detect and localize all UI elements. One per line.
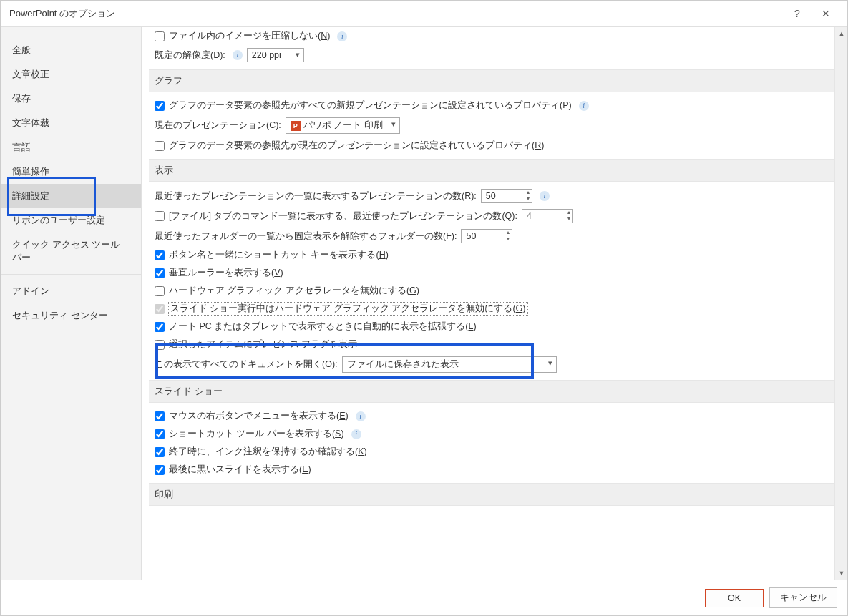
content-area: ファイル内のイメージを圧縮しない(N) i 既定の解像度(D): i 220 p… [142, 27, 847, 580]
scrollbar[interactable]: ▲ ▼ [834, 27, 847, 580]
cancel-button[interactable]: キャンセル [769, 587, 837, 608]
checkbox-show-shortcut[interactable] [155, 250, 165, 260]
close-button[interactable]: ✕ [812, 8, 840, 19]
sidebar-item-customize-ribbon[interactable]: リボンのユーザー設定 [1, 208, 141, 233]
scroll-down-icon[interactable]: ▼ [835, 567, 847, 580]
sidebar-separator [1, 274, 141, 275]
recent-pres-label: 最近使ったプレゼンテーションの一覧に表示するプレゼンテーションの数(R): [155, 190, 477, 202]
group-graph: グラフ グラフのデータ要素の参照先がすべての新規プレゼンテーションに設定されてい… [149, 65, 834, 155]
default-resolution-row: 既定の解像度(D): i 220 ppi [149, 45, 834, 65]
sidebar-item-advanced[interactable]: 詳細設定 [1, 184, 141, 208]
checkbox-laptop-extend-label: ノート PC またはタブレットで表示するときに自動的に表示を拡張する(L) [169, 321, 477, 333]
info-icon[interactable]: i [579, 101, 589, 111]
checkbox-shortcut-toolbar[interactable] [155, 429, 165, 439]
checkbox-compress-label: ファイル内のイメージを圧縮しない(N) [169, 30, 330, 42]
resolution-select[interactable]: 220 ppi [247, 48, 304, 62]
checkbox-vertical-ruler[interactable] [155, 268, 165, 278]
checkbox-end-black-label: 最後に黒いスライドを表示する(E) [169, 464, 311, 476]
sidebar-item-trust-center[interactable]: セキュリティ センター [1, 303, 141, 328]
dialog-footer: OK キャンセル [1, 580, 847, 615]
info-icon[interactable]: i [351, 429, 361, 439]
sidebar-item-addins[interactable]: アドイン [1, 279, 141, 303]
help-button[interactable]: ? [783, 8, 812, 19]
content-scroll[interactable]: ファイル内のイメージを圧縮しない(N) i 既定の解像度(D): i 220 p… [142, 27, 847, 580]
powerpoint-icon: P [291, 121, 301, 131]
info-icon[interactable]: i [337, 31, 347, 41]
group-display: 表示 最近使ったプレゼンテーションの一覧に表示するプレゼンテーションの数(R):… [149, 155, 834, 376]
sidebar-item-ease[interactable]: 簡単操作 [1, 160, 141, 184]
quick-access-count-label: [ファイル] タブのコマンド一覧に表示する、最近使ったプレゼンテーションの数(Q… [169, 210, 517, 223]
group-title-slideshow: スライド ショー [149, 380, 834, 403]
checkbox-quick-access-count[interactable] [155, 211, 165, 221]
recent-pres-spinner[interactable]: 50 [481, 189, 532, 203]
options-dialog: PowerPoint のオプション ? ✕ 全般 文章校正 保存 文字体裁 言語… [0, 0, 848, 616]
default-resolution-label: 既定の解像度(D): [155, 49, 225, 62]
sidebar-item-save[interactable]: 保存 [1, 87, 141, 111]
ok-button[interactable]: OK [705, 589, 764, 607]
checkbox-compress[interactable] [155, 31, 165, 41]
checkbox-rclick-menu[interactable] [155, 411, 165, 421]
checkbox-graph-new-label: グラフのデータ要素の参照先がすべての新規プレゼンテーションに設定されているプロパ… [169, 99, 572, 112]
checkbox-compress-row: ファイル内のイメージを圧縮しない(N) i [149, 27, 834, 45]
checkbox-ink-keep-label: 終了時に、インク注釈を保持するか確認する(K) [169, 446, 367, 458]
checkbox-shortcut-toolbar-label: ショートカット ツール バーを表示する(S) [169, 428, 344, 440]
checkbox-graph-current-label: グラフのデータ要素の参照先が現在のプレゼンテーションに設定されているプロパティ(… [169, 140, 544, 152]
checkbox-hw-accel[interactable] [155, 286, 165, 296]
sidebar-item-language[interactable]: 言語 [1, 135, 141, 160]
open-docs-label: この表示ですべてのドキュメントを開く(O): [155, 358, 338, 371]
checkbox-laptop-extend[interactable] [155, 322, 165, 332]
open-docs-select[interactable]: ファイルに保存された表示 [342, 356, 557, 373]
info-icon[interactable]: i [233, 50, 243, 60]
checkbox-slideshow-hw-accel-label: スライド ショー実行中はハードウェア グラフィック アクセラレータを無効にする(… [169, 303, 527, 315]
dialog-body: 全般 文章校正 保存 文字体裁 言語 簡単操作 詳細設定 リボンのユーザー設定 … [1, 27, 847, 580]
sidebar-item-proofing[interactable]: 文章校正 [1, 62, 141, 87]
checkbox-hw-accel-label: ハードウェア グラフィック アクセラレータを無効にする(G) [169, 285, 419, 297]
group-title-display: 表示 [149, 159, 834, 182]
group-title-graph: グラフ [149, 69, 834, 92]
checkbox-presence[interactable] [155, 340, 165, 350]
group-slideshow: スライド ショー マウスの右ボタンでメニューを表示する(E) i ショートカット… [149, 376, 834, 479]
sidebar-item-quick-access[interactable]: クイック アクセス ツール バー [1, 233, 141, 270]
checkbox-show-shortcut-label: ボタン名と一緒にショートカット キーを表示する(H) [169, 249, 389, 261]
sidebar: 全般 文章校正 保存 文字体裁 言語 簡単操作 詳細設定 リボンのユーザー設定 … [1, 27, 142, 580]
sidebar-item-general[interactable]: 全般 [1, 38, 141, 62]
checkbox-vertical-ruler-label: 垂直ルーラーを表示する(V) [169, 267, 283, 279]
checkbox-ink-keep[interactable] [155, 447, 165, 457]
checkbox-slideshow-hw-accel[interactable] [155, 304, 165, 314]
sidebar-item-typography[interactable]: 文字体裁 [1, 111, 141, 135]
checkbox-presence-label: 選択したアイテムにプレゼンス フラグを表示 [169, 338, 357, 351]
folders-spinner[interactable]: 50 [461, 229, 512, 243]
info-icon[interactable]: i [540, 191, 550, 201]
checkbox-graph-current[interactable] [155, 141, 165, 151]
checkbox-end-black[interactable] [155, 465, 165, 475]
scroll-up-icon[interactable]: ▲ [835, 27, 847, 40]
current-presentation-label: 現在のプレゼンテーション(C): [155, 119, 281, 132]
info-icon[interactable]: i [356, 411, 366, 421]
folders-label: 最近使ったフォルダーの一覧から固定表示を解除するフォルダーの数(F): [155, 230, 457, 243]
quick-access-spinner[interactable]: 4 [522, 209, 573, 223]
current-presentation-select[interactable]: Pパワポ ノート 印刷 [286, 117, 400, 134]
group-title-print: 印刷 [149, 483, 834, 506]
checkbox-graph-new[interactable] [155, 101, 165, 111]
checkbox-rclick-menu-label: マウスの右ボタンでメニューを表示する(E) [169, 410, 349, 422]
titlebar: PowerPoint のオプション ? ✕ [1, 1, 847, 27]
dialog-title: PowerPoint のオプション [9, 7, 783, 20]
group-print: 印刷 [149, 479, 834, 506]
